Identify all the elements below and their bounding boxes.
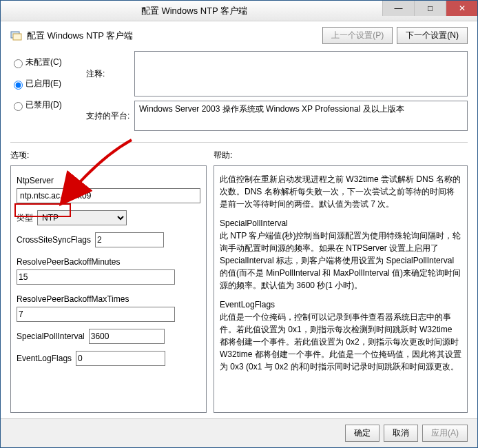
resolve-minutes-label: ResolvePeerBackoffMinutes [17, 257, 200, 267]
type-label: 类型 [17, 212, 33, 224]
dialog-footer: 确定 取消 应用(A) [1, 418, 477, 447]
comment-label: 注释: [86, 68, 134, 80]
crosssite-label: CrossSiteSyncFlags [17, 235, 91, 245]
help-subhead: EventLogFlags [220, 298, 461, 311]
radio-disabled[interactable]: 已禁用(D) [10, 99, 79, 111]
ok-button[interactable]: 确定 [345, 425, 380, 442]
type-select[interactable]: NTP [37, 210, 127, 225]
options-column: 选项: NtpServer 类型 NTP CrossSiteSyncFlags [10, 150, 207, 413]
config-area: 未配置(C) 已启用(E) 已禁用(D) 注释: 支持的平台: Windows … [1, 48, 477, 139]
titlebar: 配置 Windows NTP 客户端 — □ ✕ [1, 1, 477, 21]
radio-not-configured[interactable]: 未配置(C) [10, 57, 79, 68]
ntpserver-input[interactable] [17, 188, 200, 203]
eventlogflags-spinner[interactable] [76, 351, 165, 366]
help-subhead: SpecialPollInterval [220, 217, 461, 230]
radio-disabled-input[interactable] [14, 102, 23, 111]
supported-label: 支持的平台: [86, 110, 134, 122]
options-heading: 选项: [10, 150, 207, 161]
help-column: 帮助: 此值控制在重新启动发现进程之前 W32time 尝试解析 DNS 名称的… [214, 150, 468, 413]
close-button[interactable]: ✕ [446, 1, 477, 16]
options-panel: NtpServer 类型 NTP CrossSiteSyncFlags Reso… [10, 165, 207, 413]
eventlogflags-label: EventLogFlags [17, 354, 72, 363]
help-paragraph: 此 NTP 客户端值(秒)控制当时间源配置为使用特殊轮询间隔时，轮询手动配置时间… [220, 230, 461, 292]
main-area: 选项: NtpServer 类型 NTP CrossSiteSyncFlags [1, 145, 477, 418]
svg-rect-1 [13, 34, 21, 40]
resolve-minutes-spinner[interactable] [17, 269, 175, 285]
radio-not-configured-input[interactable] [14, 59, 23, 68]
resolve-max-label: ResolvePeerBackoffMaxTimes [17, 294, 200, 304]
meta-column: 注释: 支持的平台: Windows Server 2003 操作系统或 Win… [86, 51, 468, 135]
help-panel[interactable]: 此值控制在重新启动发现进程之前 W32time 尝试解析 DNS 名称的次数。D… [214, 165, 468, 413]
window-title: 配置 Windows NTP 客户端 [6, 5, 382, 17]
radio-enabled[interactable]: 已启用(E) [10, 78, 79, 90]
comment-textarea[interactable] [134, 51, 468, 96]
prev-setting-button[interactable]: 上一个设置(P) [322, 27, 393, 44]
supported-platforms-box: Windows Server 2003 操作系统或 Windows XP Pro… [134, 101, 468, 131]
dialog-window: 配置 Windows NTP 客户端 — □ ✕ 配置 Windows NTP … [0, 0, 478, 448]
radio-enabled-input[interactable] [14, 81, 23, 90]
divider [10, 142, 468, 143]
specialpoll-spinner[interactable] [89, 329, 165, 344]
page-title: 配置 Windows NTP 客户端 [27, 30, 133, 42]
window-controls: — □ ✕ [382, 1, 477, 21]
minimize-button[interactable]: — [382, 1, 414, 16]
policy-icon [10, 30, 23, 42]
apply-button[interactable]: 应用(A) [422, 425, 468, 442]
help-heading: 帮助: [214, 150, 468, 161]
crosssite-spinner[interactable] [95, 232, 164, 247]
next-setting-button[interactable]: 下一个设置(N) [397, 27, 468, 44]
maximize-button[interactable]: □ [414, 1, 446, 16]
state-radio-group: 未配置(C) 已启用(E) 已禁用(D) [10, 51, 79, 135]
resolve-max-spinner[interactable] [17, 307, 175, 322]
nav-buttons: 上一个设置(P) 下一个设置(N) [322, 27, 468, 44]
ntpserver-label: NtpServer [17, 176, 200, 185]
help-paragraph: 此值控制在重新启动发现进程之前 W32time 尝试解析 DNS 名称的次数。D… [220, 173, 461, 210]
help-paragraph: 此值是一个位掩码，控制可以记录到事件查看器系统日志中的事件。若此值设置为 0x1… [220, 311, 461, 373]
cancel-button[interactable]: 取消 [384, 425, 418, 442]
specialpoll-label: SpecialPollInterval [17, 332, 85, 341]
header-row: 配置 Windows NTP 客户端 上一个设置(P) 下一个设置(N) [1, 21, 477, 48]
